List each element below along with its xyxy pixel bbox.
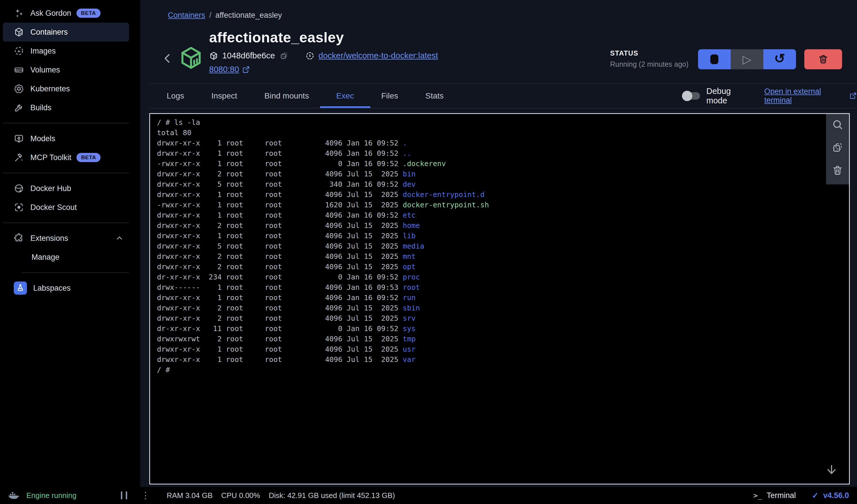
container-cube-icon [14,27,24,37]
breadcrumb-containers-link[interactable]: Containers [168,11,205,20]
terminal-line: drwxr-xr-x 2 root root 4096 Jul 15 2025 … [157,262,823,272]
terminal-line: drwxr-xr-x 2 root root 4096 Jul 15 2025 … [157,303,823,313]
terminal-line: drwxrwxrwt 2 root root 4096 Jul 15 2025 … [157,334,823,344]
image-scan-icon [14,46,24,56]
status-block: STATUS Running (2 minutes ago) [610,49,689,68]
terminal-line: drwxr-xr-x 1 root root 4096 Jul 15 2025 … [157,344,823,354]
chevron-up-icon[interactable] [115,234,124,242]
breadcrumb: Containers / affectionate_easley [168,11,282,20]
sidebar-item-builds[interactable]: Builds [3,98,129,117]
tab-bind-mounts[interactable]: Bind mounts [264,84,309,108]
sidebar-item-extensions[interactable]: Extensions [3,229,129,248]
terminal-output: / # ls -latotal 80drwxr-xr-x 1 root root… [157,117,823,480]
engine-status[interactable]: Engine running [26,491,77,500]
tab-stats[interactable]: Stats [425,84,444,108]
terminal-line: drwxr-xr-x 2 root root 4096 Jul 15 2025 … [157,220,823,231]
container-meta-row: 1048d6fbe6ce docker/welcome-to-docker:la… [209,51,438,61]
sidebar-item-labspaces[interactable]: Labspaces [3,279,129,298]
open-external-terminal-link[interactable]: Open in external terminal [764,87,857,105]
docker-whale-icon[interactable] [7,490,20,501]
image-icon [305,51,315,61]
sidebar-item-label: Extensions [30,234,68,243]
restart-icon: ↺ [774,52,785,65]
sidebar-item-label: Models [30,134,55,143]
play-button[interactable]: ▷ [731,49,763,69]
scroll-to-bottom-icon[interactable] [825,463,838,476]
sidebar-item-kubernetes[interactable]: Kubernetes [3,79,129,98]
flask-tile-icon [14,282,27,295]
sidebar-item-containers[interactable]: Containers [3,23,129,41]
sidebar-item-label: Ask Gordon [30,9,71,18]
beta-badge: BETA [77,9,101,18]
tabbar-divider [150,108,857,108]
terminal-line: drwxr-xr-x 2 root root 4096 Jul 15 2025 … [157,251,823,262]
debug-controls: Debug mode Open in external terminal [683,84,857,108]
terminal-line: drwxr-xr-x 1 root root 4096 Jul 15 2025 … [157,231,823,241]
exec-terminal[interactable]: / # ls -latotal 80drwxr-xr-x 1 root root… [149,113,850,485]
tab-inspect[interactable]: Inspect [212,84,237,108]
sidebar: Ask GordonBETAContainersImagesVolumesKub… [0,0,140,487]
port-link[interactable]: 8080:80 [209,65,250,74]
tab-files[interactable]: Files [381,84,398,108]
kebab-menu-icon[interactable]: ⋮ [141,491,150,500]
main-panel: Containers / affectionate_easley affecti… [140,0,857,487]
running-container-icon [179,45,204,70]
terminal-line: dr-xr-xr-x 234 root root 0 Jan 16 09:52 … [157,272,823,282]
docker-desktop-window: Ask GordonBETAContainersImagesVolumesKub… [0,0,857,504]
copy-icon[interactable] [831,141,843,153]
sidebar-item-label: Docker Scout [30,203,77,212]
terminal-line: -rwxr-xr-x 1 root root 1620 Jul 15 2025 … [157,200,823,210]
sidebar-item-label: Images [30,47,56,55]
sidebar-divider [3,222,129,223]
debug-mode-label: Debug mode [706,86,752,105]
terminal-line: dr-xr-xr-x 11 root root 0 Jan 16 09:52 s… [157,324,823,334]
terminal-line: drwxr-xr-x 1 root root 4096 Jan 16 09:52… [157,293,823,303]
container-id: 1048d6fbe6ce [222,51,275,61]
page-title: affectionate_easley [209,29,344,46]
debug-mode-toggle[interactable] [683,92,700,100]
terminal-prompt-icon[interactable]: >_ [753,491,762,500]
sidebar-divider [22,272,129,273]
hammer-sparkles-icon [14,152,24,163]
sidebar-item-docker-scout[interactable]: Docker Scout [3,198,129,217]
ram-stat: RAM 3.04 GB [167,491,213,500]
terminal-toggle[interactable]: Terminal [767,491,796,500]
image-link[interactable]: docker/welcome-to-docker:latest [319,51,438,61]
app-version[interactable]: v4.56.0 [823,491,849,500]
status-bar: Engine running ⋮ RAM 3.04 GB CPU 0.00% D… [0,487,857,504]
sidebar-item-volumes[interactable]: Volumes [3,61,129,79]
sidebar-item-docker-hub[interactable]: Docker Hub [3,179,129,198]
tab-exec[interactable]: Exec [336,84,354,108]
external-link-icon [242,66,250,73]
delete-button[interactable] [804,49,842,69]
model-box-icon [14,133,24,144]
terminal-line: drwxr-xr-x 1 root root 4096 Jan 16 09:52… [157,210,823,220]
clear-terminal-icon[interactable] [831,164,843,177]
sidebar-item-label: Kubernetes [30,84,70,94]
sidebar-item-manage[interactable]: Manage [3,248,129,267]
sidebar-item-label: Containers [30,28,68,37]
status-value: Running (2 minutes ago) [610,60,689,68]
cpu-stat: CPU 0.00% [221,491,260,500]
pause-engine-icon[interactable] [121,491,127,500]
terminal-toolbar [826,114,849,184]
sidebar-item-images[interactable]: Images [3,41,129,61]
sidebar-item-mcp-toolkit[interactable]: MCP ToolkitBETA [3,148,129,167]
terminal-line: -rwxr-xr-x 1 root root 0 Jan 16 09:52 .d… [157,158,823,169]
update-check-icon: ✓ [812,491,818,500]
restart-button[interactable]: ↺ [763,49,796,69]
search-icon[interactable] [831,119,843,131]
stop-button[interactable] [698,49,731,69]
copy-icon[interactable] [280,52,288,60]
tab-logs[interactable]: Logs [167,84,184,108]
status-label: STATUS [610,49,689,57]
sidebar-item-ask-gordon[interactable]: Ask GordonBETA [3,4,129,23]
port-row: 8080:80 [209,65,250,74]
play-icon: ▷ [743,53,752,65]
terminal-line: drwxr-xr-x 1 root root 4096 Jan 16 09:52… [157,138,823,148]
sidebar-item-models[interactable]: Models [3,129,129,148]
terminal-line: / # [157,365,823,375]
back-button[interactable] [161,52,174,65]
cube-icon [209,51,218,61]
terminal-line: drwxr-xr-x 5 root root 4096 Jul 15 2025 … [157,241,823,251]
